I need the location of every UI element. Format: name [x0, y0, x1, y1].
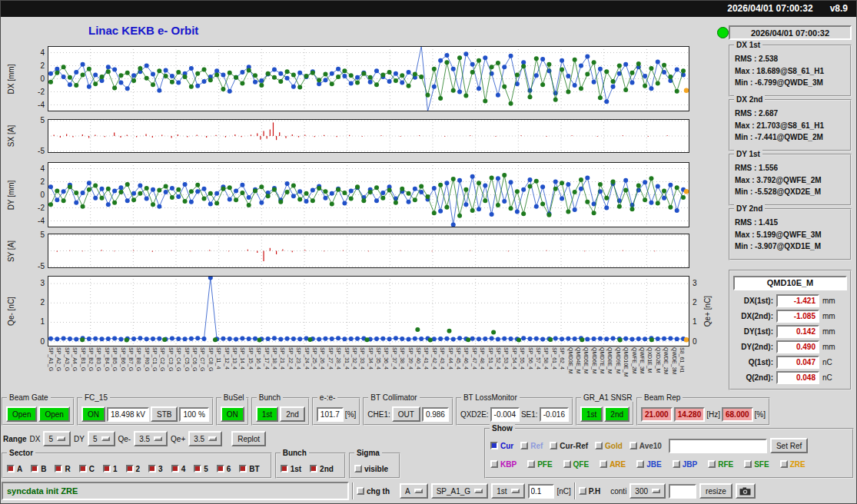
replot-button[interactable]: Replot — [231, 431, 266, 446]
x-tick-label: SP_C3_G — [168, 347, 174, 372]
toggle-label: ARE — [610, 460, 626, 469]
plot-qe-canvas — [48, 276, 689, 346]
bunch-2nd-button[interactable]: 2nd — [280, 406, 305, 422]
toggle-ref[interactable]: Ref — [520, 442, 543, 450]
extra-input[interactable] — [669, 484, 696, 499]
fc15-stb-button[interactable]: STB — [151, 406, 178, 422]
checkbox-indicator — [600, 460, 607, 468]
toggle-label: 5 — [204, 465, 208, 473]
toggle-ave10[interactable]: Ave10 — [629, 442, 662, 450]
beam-gate-group: Beam Gate Open Open — [2, 397, 75, 426]
fc15-on-button[interactable]: ON — [81, 406, 105, 422]
range-dx-dropdown[interactable]: 5 — [43, 431, 71, 446]
x-tick-label: SP_C2_G — [160, 347, 165, 372]
toggle-cur[interactable]: Cur — [490, 442, 513, 450]
control-panel: Beam Gate Open Open FC_15 ON 18.498 kV S… — [0, 393, 857, 504]
plot-sy-y-axis-label: SY [A] — [7, 240, 15, 261]
x-tick-label: SP_21_4 — [280, 347, 285, 370]
toggle-3[interactable]: 3 — [148, 465, 163, 473]
x-tick-label: SP_55_4 — [520, 347, 525, 370]
y-tick-label: 3 — [23, 279, 45, 287]
toggle-c[interactable]: C — [79, 465, 95, 473]
camera-button[interactable] — [736, 483, 756, 499]
toggle-kbp[interactable]: KBP — [490, 460, 517, 469]
range-dx-value: 5 — [48, 435, 53, 443]
ref-name-input[interactable] — [669, 439, 767, 453]
snsr-1st-button[interactable]: 1st — [580, 406, 603, 422]
x-tick-label: SP_C6_G — [192, 347, 198, 372]
x-tick-label: SP_39_4 — [408, 347, 414, 370]
snsr-2nd-button[interactable]: 2nd — [604, 406, 629, 422]
control-row-1: Beam Gate Open Open FC_15 ON 18.498 kV S… — [2, 397, 770, 426]
x-tick-label: QXD2E_M — [656, 347, 661, 373]
monitor-row: DX(2nd): -1.085 mm — [733, 310, 847, 323]
toggle-sfe[interactable]: SFE — [744, 460, 769, 469]
monitor-row: DY(2nd): 0.490 mm — [733, 340, 847, 353]
che1-out-button[interactable]: OUT — [392, 406, 420, 422]
y-tick-label: 0 — [23, 75, 45, 83]
dropdown-mark-icon — [101, 436, 110, 441]
x-tick-label: SP_B6_G — [121, 347, 126, 371]
range-qep-label: Qe+ — [171, 435, 185, 443]
toggle-cur-ref[interactable]: Cur-Ref — [550, 442, 588, 450]
monitor-label: DX(2nd): — [733, 312, 773, 320]
toggle-5[interactable]: 5 — [194, 465, 208, 473]
beam-gate-open-2-button[interactable]: Open — [38, 406, 69, 422]
x-tick-label: SP_14_4 — [240, 347, 245, 370]
bpm-select-dropdown[interactable]: SP_A1_G — [431, 483, 488, 499]
toggle-1[interactable]: 1 — [103, 465, 118, 473]
monitor-unit: nC — [822, 373, 839, 382]
x-tick-label: SP_26_4 — [320, 347, 325, 370]
x-tick-label: SP_A1_G — [48, 347, 54, 371]
toggle-2nd[interactable]: 2nd — [310, 465, 334, 473]
toggle-bt[interactable]: BT — [239, 465, 259, 473]
toggle-jbp[interactable]: JBP — [673, 460, 697, 469]
stat-group-dx-1st: DX 1st RMS : 2.538 Max : 18.689@S8_61_H1… — [729, 45, 852, 97]
resize-button[interactable]: resize — [699, 483, 732, 499]
bunch-select-dropdown[interactable]: 1st — [491, 483, 524, 499]
toggle-pfe[interactable]: PFE — [527, 460, 552, 469]
interval-value: 300 — [635, 487, 648, 496]
toggle-4[interactable]: 4 — [171, 465, 186, 473]
toggle-1st[interactable]: 1st — [281, 465, 301, 473]
toggle-b[interactable]: B — [31, 465, 46, 473]
toggle-gold[interactable]: Gold — [595, 442, 623, 450]
toggle-jbe[interactable]: JBE — [636, 460, 661, 469]
busel-on-button[interactable]: ON — [221, 406, 244, 422]
set-ref-button[interactable]: Set Ref — [770, 438, 808, 453]
toggle-a[interactable]: A — [7, 465, 22, 473]
status-bar: syncdata init ZRE chg th A SP_A1_G 1st [… — [2, 480, 855, 502]
x-tick-label: SP_23_4 — [296, 347, 301, 370]
range-qem-dropdown[interactable]: 3.5 — [134, 431, 168, 446]
toggle-qfe[interactable]: QFE — [563, 460, 590, 469]
x-tick-label: QMD4E_M — [576, 347, 581, 374]
toggle-chg-th[interactable]: chg th — [357, 487, 390, 496]
checkbox-indicator — [194, 465, 201, 472]
interval-dropdown[interactable]: 300 — [629, 483, 666, 499]
beam-gate-open-1-button[interactable]: Open — [6, 406, 37, 422]
range-qep-dropdown[interactable]: 3.5 — [188, 431, 222, 446]
toggle-2[interactable]: 2 — [126, 465, 141, 473]
toggle-6[interactable]: 6 — [217, 465, 231, 473]
checkbox-indicator — [595, 442, 603, 449]
monitor-value: 0.048 — [776, 371, 819, 384]
x-tick-label: QWFE_2M — [632, 347, 637, 374]
toggle-r[interactable]: R — [55, 465, 70, 473]
range-dy-dropdown[interactable]: 5 — [88, 431, 115, 446]
x-tick-label: SP_61_4 — [552, 347, 557, 370]
y-tick-label: -4 — [23, 217, 45, 225]
plot-dy-canvas — [48, 162, 689, 227]
toggle-zre[interactable]: ZRE — [780, 460, 806, 469]
x-tick-label: SP_A4_G — [72, 347, 78, 371]
range-qem-value: 3.5 — [139, 435, 150, 443]
monitor-unit: mm — [822, 327, 839, 336]
toggle-rfe[interactable]: RFE — [708, 460, 733, 469]
bunch-1st-button[interactable]: 1st — [256, 406, 278, 422]
toggle-visible[interactable]: visible — [354, 465, 388, 473]
threshold-input[interactable] — [528, 484, 554, 499]
y-tick-label: -5 — [23, 147, 45, 155]
toggle-are[interactable]: ARE — [600, 460, 626, 469]
toggle-p-h[interactable]: P.H — [579, 487, 600, 496]
stat-rms: RMS : 1.415 — [735, 217, 848, 229]
sector-select-dropdown[interactable]: A — [400, 483, 428, 499]
